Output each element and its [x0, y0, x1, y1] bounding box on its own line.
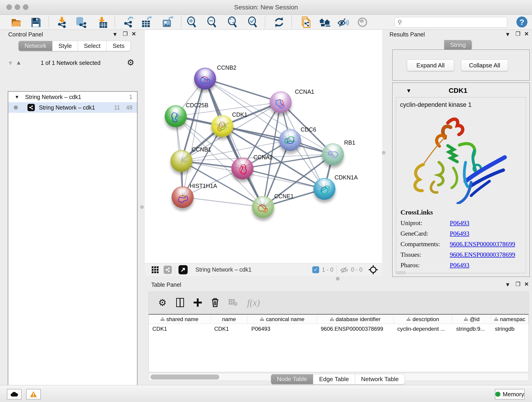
table-cell[interactable]: stringdb:9...	[452, 324, 491, 334]
hidden-eye-icon[interactable]	[340, 266, 349, 273]
search-input[interactable]	[402, 19, 500, 26]
open-session-icon[interactable]	[11, 17, 22, 28]
network-node-cdc25b[interactable]	[165, 105, 187, 127]
network-node-cdc6[interactable]	[279, 129, 301, 151]
tab-edge-table[interactable]: Edge Table	[313, 374, 355, 384]
crosslink-link[interactable]: P06493	[450, 230, 469, 237]
network-node-ccnb1[interactable]	[171, 150, 192, 172]
network-node-ccna1[interactable]	[270, 91, 292, 113]
selected-nodes-checkbox-icon[interactable]: ✓	[312, 266, 319, 273]
delete-column-icon[interactable]	[211, 298, 219, 307]
control-panel-close-icon[interactable]: ✕	[132, 31, 136, 37]
table-cell[interactable]: CDK1	[149, 324, 210, 334]
network-edge[interactable]	[183, 197, 263, 207]
tab-string[interactable]: String	[444, 40, 472, 50]
zoom-selected-icon[interactable]	[247, 17, 259, 28]
collection-name: String Network – cdk1	[25, 94, 81, 100]
results-panel-close-icon[interactable]: ✕	[524, 31, 529, 37]
crosslink-link[interactable]: P06493	[450, 262, 469, 269]
column-header-canonical-name[interactable]: canonical name	[248, 315, 317, 324]
window-title: Session: New Session	[0, 4, 532, 11]
crosslink-link[interactable]: 9606.ENSP00000378699	[450, 240, 515, 248]
column-header-name[interactable]: name	[210, 315, 248, 324]
column-header-database-identifier[interactable]: database identifier	[317, 315, 394, 324]
table-cell[interactable]: stringdb	[491, 324, 529, 334]
collection-expander-icon[interactable]: ▼	[15, 95, 19, 100]
export-table-icon[interactable]	[141, 17, 152, 28]
home-networks-icon[interactable]	[319, 17, 331, 28]
collapse-all-button[interactable]: Collapse All	[461, 60, 508, 71]
zoom-out-icon[interactable]	[206, 17, 218, 28]
column-header-shared-name[interactable]: shared name	[149, 315, 210, 324]
memory-button[interactable]: Memory	[495, 389, 525, 400]
open-in-window-icon[interactable]	[178, 265, 188, 274]
table-panel-close-icon[interactable]: ✕	[524, 281, 529, 287]
zoom-in-icon[interactable]	[186, 17, 198, 28]
show-columns-icon[interactable]	[176, 298, 184, 307]
results-panel-collapse-icon[interactable]: ▼	[505, 31, 510, 38]
table-cell[interactable]: CDK1	[210, 324, 248, 334]
tab-sets[interactable]: Sets	[107, 41, 131, 51]
network-node-hist1h1a[interactable]	[172, 186, 194, 208]
network-node-cdk1[interactable]	[211, 115, 233, 137]
network-overview-share-icon[interactable]	[164, 266, 172, 274]
column-header-label: name	[222, 316, 236, 322]
import-table-icon[interactable]	[96, 17, 108, 28]
column-header-namespac[interactable]: namespac	[491, 315, 529, 324]
save-session-icon[interactable]	[30, 17, 42, 28]
network-edge[interactable]	[183, 79, 205, 197]
warning-status-button[interactable]	[26, 389, 41, 400]
create-column-icon[interactable]	[194, 298, 202, 307]
network-row[interactable]: String Network – cdk1 11 48	[8, 102, 137, 113]
zoom-fit-icon[interactable]	[227, 17, 239, 28]
table-hscrollbar-thumb[interactable]	[151, 375, 219, 380]
left-splitter-handle[interactable]	[140, 205, 144, 209]
control-panel-float-icon[interactable]: ❐	[123, 31, 128, 37]
results-panel-float-icon[interactable]: ❐	[515, 31, 520, 37]
network-node-ccnb2[interactable]	[194, 68, 216, 89]
table-options-gear-icon[interactable]: ⚙	[158, 297, 167, 308]
table-cell[interactable]: P06493	[248, 324, 317, 334]
tab-node-table[interactable]: Node Table	[271, 374, 313, 384]
horizontal-splitter-handle[interactable]	[336, 277, 340, 281]
table-row[interactable]: CDK1CDK1P064939606.ENSP00000378699cyclin…	[149, 324, 529, 334]
expand-all-tree-icon[interactable]: ⩔	[9, 59, 12, 66]
import-network-icon[interactable]	[56, 17, 68, 28]
network-edge[interactable]	[205, 79, 281, 102]
search-field[interactable]: ⚲	[394, 17, 507, 27]
export-network-icon[interactable]	[123, 17, 135, 28]
refresh-icon[interactable]	[273, 17, 285, 28]
expand-all-button[interactable]: Expand All	[407, 60, 454, 71]
table-panel-float-icon[interactable]: ❐	[515, 281, 520, 287]
collapse-all-tree-icon[interactable]: ⩓	[17, 59, 20, 66]
table-cell[interactable]: 9606.ENSP00000378699	[317, 324, 394, 334]
table-panel-collapse-icon[interactable]: ▼	[505, 281, 510, 288]
column-header-description[interactable]: description	[394, 315, 452, 324]
export-image-icon[interactable]	[162, 17, 174, 28]
crosslink-link[interactable]: 9606.ENSP00000378699	[450, 251, 515, 258]
cloud-status-button[interactable]	[7, 389, 22, 400]
network-node-ccna2[interactable]	[231, 157, 253, 179]
network-node-ccne1[interactable]	[252, 196, 274, 218]
clone-network-icon[interactable]	[300, 17, 312, 28]
crosslink-link[interactable]: P06493	[450, 219, 469, 227]
network-node-rb1[interactable]	[322, 143, 344, 165]
table-cell[interactable]: cyclin-dependent ...	[394, 324, 452, 334]
results-hscroll-thumb[interactable]	[396, 271, 405, 274]
import-network-from-database-icon[interactable]	[75, 17, 87, 28]
hide-unhide-icon[interactable]	[337, 17, 349, 28]
tab-style[interactable]: Style	[52, 41, 78, 51]
birds-eye-view-icon[interactable]	[152, 266, 158, 273]
network-node-cdkn1a[interactable]	[313, 178, 336, 200]
help-button[interactable]: ?	[516, 17, 527, 27]
control-panel-collapse-icon[interactable]: ▼	[112, 31, 118, 38]
tab-network-table[interactable]: Network Table	[355, 374, 405, 384]
column-header-@id[interactable]: @id	[452, 315, 491, 324]
fit-selection-crosshair-icon[interactable]	[368, 265, 378, 274]
network-options-gear-icon[interactable]: ⚙	[127, 58, 134, 67]
network-view-canvas[interactable]: CCNB2CCNA1CDC25BCDK1CDC6RB1CCNB1CCNA2CDK…	[145, 30, 382, 263]
network-collection-row[interactable]: ▼ String Network – cdk1 1	[8, 92, 137, 102]
tab-network[interactable]: Network	[18, 41, 52, 51]
tab-select[interactable]: Select	[78, 41, 107, 51]
table-tabs: Node TableEdge TableNetwork Table	[271, 374, 405, 384]
